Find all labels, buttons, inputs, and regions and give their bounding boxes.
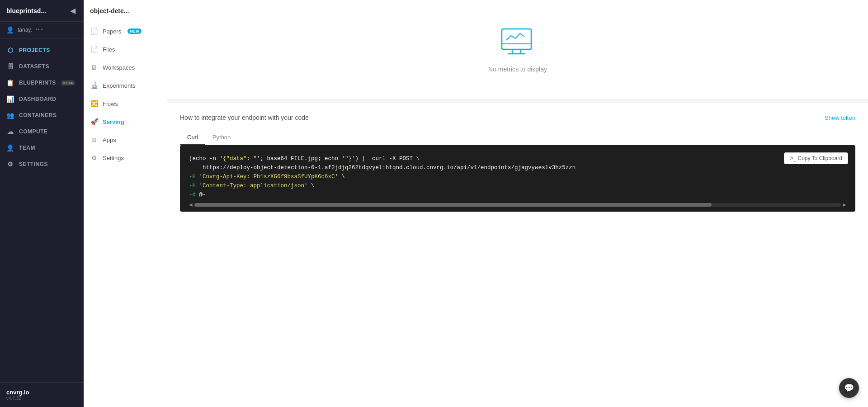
secondary-header: object-dete... (84, 0, 167, 22)
compute-icon: ☁ (6, 128, 14, 135)
sidebar-label-blueprints: BLUEPRINTS (19, 80, 56, 86)
code-content: (echo -n '{"data": "'; base64 FILE.jpg; … (189, 154, 846, 199)
username: tanay. (18, 27, 32, 33)
secondary-item-flows[interactable]: 🔀 Flows (84, 95, 167, 113)
collapse-button[interactable]: ◀ (68, 5, 77, 16)
secondary-label-flows: Flows (103, 100, 118, 107)
sidebar-label-settings: SETTINGS (19, 161, 48, 167)
main-content: No metrics to display How to integrate y… (167, 0, 868, 407)
secondary-item-experiments[interactable]: 🔬 Experiments (84, 76, 167, 95)
serving-sec-icon: 🚀 (90, 118, 98, 125)
footer-version: v4.7.32 (6, 396, 77, 401)
sidebar-item-compute[interactable]: ☁ COMPUTE (0, 123, 84, 140)
brand-name: blueprintsd... (6, 7, 46, 14)
scrollbar-thumb[interactable] (194, 203, 712, 207)
sidebar-label-datasets: DATASETS (19, 63, 49, 70)
sidebar-label-projects: PROJECTS (19, 47, 50, 53)
sidebar-item-projects[interactable]: ⬡ PROJECTS (0, 42, 84, 58)
chat-button[interactable]: 💬 (839, 378, 859, 398)
secondary-item-settings[interactable]: ⚙ Settings (84, 149, 167, 167)
sidebar-item-dashboard[interactable]: 📊 DASHBOARD (0, 91, 84, 107)
scroll-left-arrow[interactable]: ◀ (189, 202, 193, 207)
scroll-right-arrow[interactable]: ▶ (843, 202, 846, 207)
integration-header: How to integrate your endpoint with your… (180, 114, 855, 121)
user-info: 👤 tanay. •• • (0, 22, 84, 38)
tab-curl[interactable]: Curl (180, 130, 205, 145)
settings-icon: ⚙ (6, 161, 14, 168)
projects-icon: ⬡ (6, 47, 14, 54)
sidebar-footer: cnvrg.io v4.7.32 (0, 382, 84, 407)
experiments-sec-icon: 🔬 (90, 82, 98, 89)
show-token-button[interactable]: Show token (825, 114, 855, 121)
sidebar-label-compute: COMPUTE (19, 128, 48, 135)
secondary-label-experiments: Experiments (103, 82, 135, 89)
user-icon: 👤 (6, 26, 14, 33)
code-tabs: CurlPython (180, 130, 855, 145)
metrics-section: No metrics to display (167, 0, 868, 99)
secondary-label-apps: Apps (103, 137, 116, 143)
sidebar-item-team[interactable]: 👤 TEAM (0, 140, 84, 156)
sidebar-nav: ⬡ PROJECTS 🗄 DATASETS 📋 BLUEPRINTS BETA📊… (0, 38, 84, 382)
sidebar-header: blueprintsd... ◀ (0, 0, 84, 22)
containers-icon: 👥 (6, 112, 14, 119)
integration-title: How to integrate your endpoint with your… (180, 114, 309, 121)
sidebar-item-datasets[interactable]: 🗄 DATASETS (0, 58, 84, 75)
sidebar-label-dashboard: DASHBOARD (19, 96, 57, 102)
secondary-nav: 📄 Papers NEW📄 Files 🖥 Workspaces 🔬 Exper… (84, 22, 167, 167)
papers-sec-icon: 📄 (90, 28, 98, 35)
blueprints-icon: 📋 (6, 79, 14, 86)
apps-sec-icon: ⊞ (90, 136, 98, 143)
horizontal-scrollbar[interactable]: ◀ ▶ (189, 202, 846, 207)
secondary-item-serving[interactable]: 🚀 Serving (84, 113, 167, 131)
code-block: >_ Copy To Clipboard (echo -n '{"data": … (180, 145, 855, 212)
flows-sec-icon: 🔀 (90, 100, 98, 107)
secondary-label-serving: Serving (103, 118, 124, 125)
secondary-label-workspaces: Workspaces (103, 64, 135, 71)
beta-badge: BETA (61, 80, 75, 85)
files-sec-icon: 📄 (90, 46, 98, 53)
sidebar-item-blueprints[interactable]: 📋 BLUEPRINTS BETA (0, 75, 84, 91)
secondary-item-workspaces[interactable]: 🖥 Workspaces (84, 58, 167, 76)
no-metrics-text: No metrics to display (488, 66, 547, 73)
tab-python[interactable]: Python (205, 130, 238, 145)
secondary-sidebar: object-dete... 📄 Papers NEW📄 Files 🖥 Wor… (84, 0, 167, 407)
secondary-item-papers[interactable]: 📄 Papers NEW (84, 22, 167, 40)
integration-section: How to integrate your endpoint with your… (167, 103, 868, 407)
sidebar-label-team: TEAM (19, 145, 35, 151)
sidebar-item-settings[interactable]: ⚙ SETTINGS (0, 156, 84, 172)
secondary-label-papers: Papers (103, 28, 121, 35)
copy-to-clipboard-button[interactable]: >_ Copy To Clipboard (784, 152, 848, 164)
new-badge-papers: NEW (127, 28, 142, 34)
secondary-label-files: Files (103, 46, 115, 53)
dashboard-icon: 📊 (6, 95, 14, 103)
datasets-icon: 🗄 (6, 63, 14, 70)
secondary-item-files[interactable]: 📄 Files (84, 40, 167, 58)
sidebar-label-containers: CONTAINERS (19, 112, 57, 118)
team-icon: 👤 (6, 144, 14, 151)
user-dots: •• • (36, 27, 43, 33)
secondary-item-apps[interactable]: ⊞ Apps (84, 131, 167, 149)
secondary-title: object-dete... (90, 7, 129, 14)
settings-sec-icon: ⚙ (90, 154, 98, 161)
footer-brand: cnvrg.io (6, 389, 77, 396)
secondary-label-settings: Settings (103, 155, 124, 161)
left-sidebar: blueprintsd... ◀ 👤 tanay. •• • ⬡ PROJECT… (0, 0, 84, 407)
svg-rect-0 (502, 29, 531, 49)
sidebar-item-containers[interactable]: 👥 CONTAINERS (0, 107, 84, 123)
workspaces-sec-icon: 🖥 (90, 64, 98, 71)
monitor-icon (500, 27, 536, 58)
scrollbar-track[interactable] (194, 203, 841, 207)
